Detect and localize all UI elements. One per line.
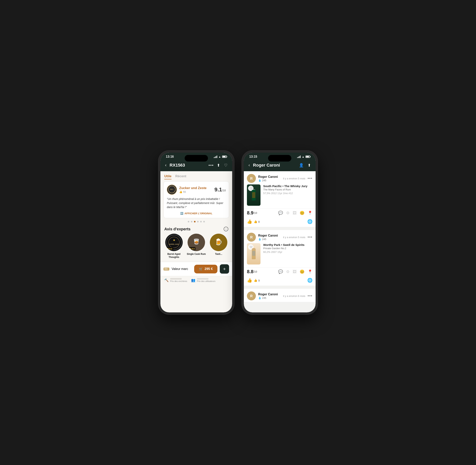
review-text: "Un rhum phénoménal à un prix imbattable…	[167, 197, 226, 209]
feed-item-score-1: 8.8/10 💬 ⚙ 🖼 😊 📍	[244, 267, 316, 276]
location-icon-0[interactable]: 📍	[308, 211, 313, 215]
post-dots-1[interactable]: •••	[308, 235, 313, 239]
dynamic-island-right	[268, 155, 291, 161]
info-icon[interactable]: i	[224, 227, 228, 231]
svg-text:🥃: 🥃	[193, 238, 200, 245]
heart-button-left[interactable]: ♡	[223, 162, 228, 168]
share-button-right[interactable]: ⬆	[307, 162, 312, 168]
comment-icon-0[interactable]: 💬	[278, 211, 283, 215]
expert-badge-1: ★ 9.0	[188, 247, 195, 250]
bottle-brand-0: South Pacific • The Whisky Jury	[263, 184, 313, 188]
expert-avatar-bg-2: 🍺	[210, 234, 227, 251]
like-count-0: 👍 8	[254, 220, 260, 223]
bottle-info-1: Worthy Park • Swell de Spirits Private G…	[263, 243, 313, 264]
tab-recent[interactable]: Récent	[175, 174, 186, 179]
back-button-left[interactable]: ‹	[164, 162, 167, 169]
experts-section-title: Avis d'experts	[164, 227, 191, 231]
svg-rect-12	[252, 189, 255, 190]
bottle-image-0: 🤍	[247, 184, 260, 206]
score-suffix-0: /10	[253, 211, 257, 214]
phone1-screen: 13:16 ▲ ‹ RX1563	[160, 153, 232, 312]
user-price-action[interactable]: 👥 Prix des utilisateurs	[191, 278, 215, 282]
user-info-1: Roger Caroni 💧 245	[258, 234, 281, 241]
dot-1[interactable]	[188, 221, 189, 222]
share-button-left[interactable]: ⬆	[216, 162, 221, 168]
user-blur-bar	[197, 278, 208, 280]
comment-icon-1[interactable]: 💬	[278, 269, 283, 274]
like-number-1: 9	[258, 279, 260, 282]
reviewer-likes: 👍 55	[179, 190, 212, 193]
svg-text:RX+: RX+	[170, 189, 173, 190]
globe-icon-0[interactable]: 🌐	[307, 219, 313, 224]
score-value-0: 8.9	[247, 210, 253, 216]
separator-1	[244, 287, 316, 289]
expert-item-2: 🍺 Tasti...	[209, 234, 228, 259]
svg-text:R: R	[250, 177, 253, 180]
svg-text:BARREL AGED: BARREL AGED	[169, 243, 179, 245]
wifi-icon-right: ▲	[302, 155, 304, 158]
followers-icon-0: 💧	[258, 179, 261, 182]
user-followers-0: 💧 245	[258, 179, 281, 182]
reviewer-info: Zucker und Zeste 👍 55	[179, 186, 212, 193]
post-time-1: il y a environ 5 mois	[283, 236, 305, 239]
post-dots-2[interactable]: •••	[308, 294, 313, 298]
like-button-1[interactable]: 👍	[247, 278, 252, 283]
follow-button-right[interactable]: 👤	[298, 162, 304, 168]
reviewer-avatar: RX+	[167, 185, 177, 195]
reviewer-name: Zucker und Zeste	[179, 186, 212, 190]
feed-item-score-0: 8.9/10 💬 ⚙ 🖼 😊 📍	[244, 209, 316, 217]
feed-item-header-0: R Roger Caroni 💧 245 il y a environ 5 mo…	[244, 171, 316, 184]
battery-icon-right	[305, 156, 310, 158]
followers-count-2: 245	[262, 296, 266, 299]
globe-icon-1[interactable]: 🌐	[307, 278, 313, 283]
page-title-right: Roger Caroni	[253, 163, 296, 168]
dot-5[interactable]	[200, 221, 202, 222]
svg-text:R: R	[250, 294, 253, 298]
auction-price-action[interactable]: 🔨 Prix des enchères	[164, 278, 187, 282]
back-button-right[interactable]: ‹	[248, 162, 251, 169]
view-original-button[interactable]: 🔤 AFFICHER L'ORIGINAL	[167, 212, 226, 215]
score-actions-0: 💬 ⚙ 🖼 😊 📍	[278, 211, 313, 215]
location-icon-1[interactable]: 📍	[308, 269, 313, 274]
experts-row: ✦ BARREL AGED ★ 9.4 Barrel Aged Thoughts	[160, 234, 232, 259]
dot-3-active[interactable]	[194, 221, 195, 222]
image-icon-1[interactable]: 🖼	[293, 270, 297, 274]
expert-item-0: ✦ BARREL AGED ★ 9.4 Barrel Aged Thoughts	[164, 234, 184, 259]
plus-button[interactable]: +	[220, 264, 229, 274]
tab-utile[interactable]: Utile	[164, 174, 172, 179]
followers-count-1: 245	[262, 238, 266, 241]
svg-rect-14	[252, 192, 255, 198]
dot-6[interactable]	[203, 221, 205, 222]
emoji-icon-0[interactable]: 😊	[300, 211, 304, 215]
svg-text:🍺: 🍺	[215, 238, 222, 245]
cart-button[interactable]: 🛒 295 €	[194, 265, 217, 274]
dot-4[interactable]	[197, 221, 199, 222]
bottle-details-0: 57,5% 2012 11yr 2mo #12	[263, 192, 313, 195]
dot-2[interactable]	[191, 221, 192, 222]
post-dots-0[interactable]: •••	[308, 177, 313, 180]
image-icon-0[interactable]: 🖼	[293, 211, 297, 215]
battery-fill-right	[306, 156, 309, 157]
review-header: RX+ Zucker und Zeste 👍 55	[167, 185, 226, 195]
user-info-0: Roger Caroni 💧 245	[258, 175, 281, 182]
signal-bar-1	[214, 157, 214, 158]
feed-item-header-1: R Roger Caroni 💧 245 il y a environ 5 mo…	[244, 230, 316, 243]
feed-scroll: R Roger Caroni 💧 245 il y a environ 5 mo…	[244, 171, 316, 312]
more-options-button-left[interactable]: •••	[208, 163, 214, 168]
signal-bar-r4	[300, 156, 301, 158]
bottle-info-0: South Pacific • The Whisky Jury The Many…	[263, 184, 313, 206]
status-icons-right: ▲	[297, 155, 310, 158]
sliders-icon-1[interactable]: ⚙	[286, 269, 290, 274]
emoji-icon-1[interactable]: 😊	[300, 269, 304, 274]
signal-bar-r1	[297, 157, 298, 158]
svg-text:R: R	[250, 235, 253, 239]
post-time-2: il y a environ 6 mois	[283, 295, 305, 297]
score-actions-1: 💬 ⚙ 🖼 😊 📍	[278, 269, 313, 274]
like-icon-1: 👍	[254, 279, 257, 282]
like-button-0[interactable]: 👍	[247, 219, 252, 224]
sliders-icon-0[interactable]: ⚙	[286, 211, 290, 215]
nav-bar-right: ‹ Roger Caroni 👤 ⬆	[244, 160, 316, 171]
auction-blur-bar	[170, 278, 182, 280]
auction-label: Prix des enchères	[170, 280, 187, 282]
expert-name-2: Tasti...	[215, 253, 222, 256]
